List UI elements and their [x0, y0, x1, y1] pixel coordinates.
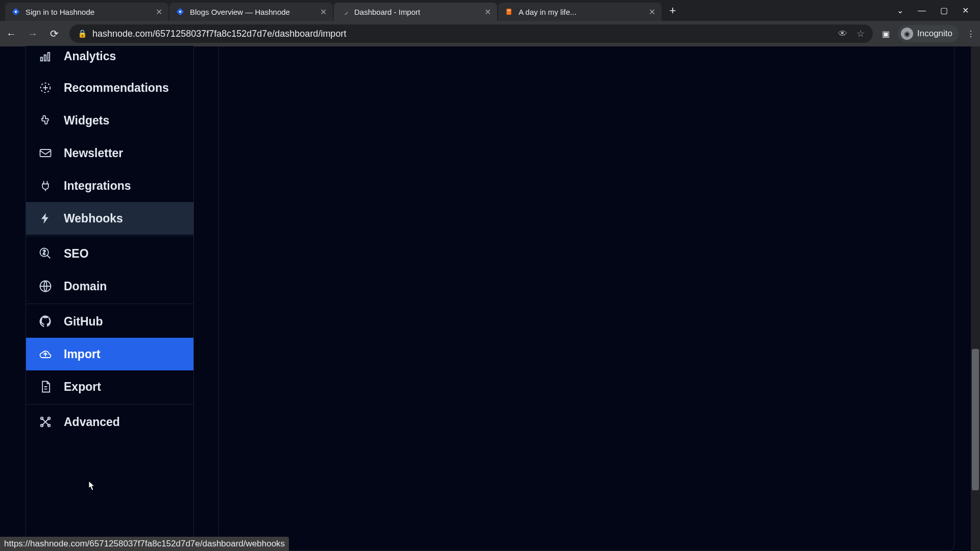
search-dollar-icon: [38, 246, 53, 261]
sidebar-item-label: Advanced: [64, 415, 120, 429]
browser-tab[interactable]: Sign in to Hashnode✕: [5, 3, 168, 21]
window-controls: ⌄ — ▢ ✕: [897, 0, 980, 21]
minimize-button[interactable]: —: [918, 6, 926, 15]
new-tab-button[interactable]: +: [666, 4, 680, 17]
browser-tab-bar: Sign in to Hashnode✕Blogs Overview — Has…: [0, 0, 980, 21]
sidebar-item-recommendations[interactable]: Recommendations: [26, 71, 193, 104]
sidebar-item-github[interactable]: GitHub: [26, 305, 193, 338]
extensions-icon[interactable]: ▣: [882, 29, 890, 39]
svg-rect-5: [506, 9, 511, 15]
address-bar[interactable]: 🔒 hashnode.com/6571258037f7fa8c152d7d7e/…: [69, 24, 873, 43]
sidebar-item-label: Analytics: [64, 49, 116, 63]
sidebar-item-label: Webhooks: [64, 212, 123, 226]
incognito-label: Incognito: [917, 29, 952, 39]
reload-button[interactable]: ⟳: [48, 28, 60, 40]
tools-icon: [38, 415, 53, 429]
sidebar-item-label: Import: [64, 347, 101, 361]
status-url: https://hashnode.com/6571258037f7fa8c152…: [4, 539, 285, 548]
browser-tab[interactable]: A day in my life...✕: [498, 3, 662, 21]
forward-button[interactable]: →: [27, 28, 39, 40]
browser-toolbar: ← → ⟳ 🔒 hashnode.com/6571258037f7fa8c152…: [0, 21, 980, 46]
svg-rect-8: [44, 55, 46, 61]
sidebar-item-advanced[interactable]: Advanced: [26, 406, 193, 438]
spinner-favicon-icon: [340, 7, 349, 16]
tab-close-icon[interactable]: ✕: [649, 7, 655, 17]
sidebar-item-label: Export: [64, 380, 101, 394]
puzzle-icon: [38, 113, 53, 128]
incognito-indicator[interactable]: ◉ Incognito: [898, 25, 959, 42]
github-icon: [38, 314, 53, 329]
url-text: hashnode.com/6571258037f7fa8c152d7d7e/da…: [92, 29, 346, 39]
bookmark-icon[interactable]: ☆: [856, 28, 865, 39]
sidebar-item-newsletter[interactable]: Newsletter: [26, 137, 193, 169]
menu-icon[interactable]: ⋮: [967, 29, 975, 39]
svg-rect-6: [507, 10, 510, 11]
analytics-icon: [38, 49, 53, 63]
tab-close-icon[interactable]: ✕: [484, 7, 491, 17]
file-icon: [38, 380, 53, 394]
back-button[interactable]: ←: [5, 28, 17, 40]
status-bar: https://hashnode.com/6571258037f7fa8c152…: [0, 537, 289, 551]
close-window-button[interactable]: ✕: [962, 6, 969, 15]
tab-title: Sign in to Hashnode: [26, 8, 151, 16]
svg-point-4: [342, 9, 348, 15]
page-scrollbar[interactable]: [971, 46, 980, 551]
mail-icon: [38, 146, 53, 160]
sidebar-group: SEODomain: [26, 236, 193, 304]
globe-icon: [38, 279, 53, 293]
hashnode-favicon-icon: [176, 7, 185, 16]
tab-close-icon[interactable]: ✕: [320, 7, 327, 17]
sidebar-item-label: Domain: [64, 280, 107, 293]
page-content: AnalyticsRecommendationsWidgetsNewslette…: [0, 46, 980, 551]
browser-tab[interactable]: Dashboard - Import✕: [334, 3, 497, 21]
sidebar-group: AnalyticsRecommendationsWidgetsNewslette…: [26, 46, 193, 236]
sidebar-nav: AnalyticsRecommendationsWidgetsNewslette…: [26, 46, 194, 551]
lock-icon: 🔒: [78, 29, 87, 38]
tab-dropdown-icon[interactable]: ⌄: [897, 6, 903, 15]
cloud-up-icon: [38, 347, 53, 361]
sidebar-item-integrations[interactable]: Integrations: [26, 169, 193, 202]
bolt-icon: [38, 211, 53, 226]
browser-tab[interactable]: Blogs Overview — Hashnode✕: [169, 3, 333, 21]
plug-icon: [38, 179, 53, 193]
tab-title: Dashboard - Import: [354, 8, 479, 16]
svg-rect-7: [41, 57, 43, 61]
tab-title: A day in my life...: [519, 8, 644, 16]
main-panel: [218, 46, 954, 551]
sidebar-item-domain[interactable]: Domain: [26, 270, 193, 303]
sidebar-item-label: Recommendations: [64, 81, 169, 95]
tab-title: Blogs Overview — Hashnode: [190, 8, 315, 16]
sidebar-item-import[interactable]: Import: [26, 338, 193, 370]
doc-favicon-icon: [504, 7, 513, 16]
incognito-icon: ◉: [901, 28, 913, 40]
svg-rect-11: [40, 149, 51, 157]
svg-point-1: [15, 11, 17, 13]
sidebar-item-export[interactable]: Export: [26, 370, 193, 403]
sidebar-item-label: Widgets: [64, 114, 109, 128]
sidebar-item-seo[interactable]: SEO: [26, 237, 193, 270]
maximize-button[interactable]: ▢: [940, 6, 948, 15]
sidebar-item-label: SEO: [64, 247, 89, 261]
svg-point-3: [179, 11, 181, 13]
sidebar-item-webhooks[interactable]: Webhooks: [26, 202, 193, 235]
tab-close-icon[interactable]: ✕: [156, 7, 162, 17]
sparkle-icon: [38, 81, 53, 95]
hashnode-favicon-icon: [11, 7, 20, 16]
svg-rect-9: [48, 53, 50, 61]
sidebar-item-label: GitHub: [64, 315, 103, 329]
sidebar-item-widgets[interactable]: Widgets: [26, 104, 193, 137]
sidebar-item-analytics[interactable]: Analytics: [26, 47, 193, 71]
sidebar-item-label: Integrations: [64, 179, 131, 193]
sidebar-group: Advanced: [26, 405, 193, 439]
eye-off-icon[interactable]: 👁: [838, 29, 847, 39]
scrollbar-thumb[interactable]: [972, 349, 979, 490]
sidebar-group: GitHubImportExport: [26, 304, 193, 405]
sidebar-item-label: Newsletter: [64, 146, 123, 160]
